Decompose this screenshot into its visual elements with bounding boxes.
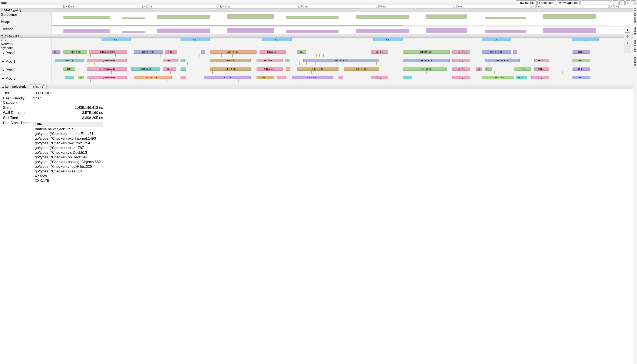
trace-slice[interactable]: GC (dedicated) (87, 76, 127, 79)
syscalls-track[interactable] (52, 46, 637, 50)
proc-label[interactable]: Proc 3 (0, 75, 52, 84)
gc-slice[interactable]: GC (180, 38, 210, 41)
search-box[interactable] (580, 0, 612, 4)
trace-slice[interactable]: G11... (572, 76, 590, 79)
trace-slice[interactable]: G1194 XXX (482, 76, 514, 79)
trace-slice[interactable] (277, 76, 286, 79)
trace-slice[interactable] (201, 50, 205, 54)
trace-slice[interactable]: G11... (256, 76, 274, 79)
trace-slice[interactable]: G1171 XXX (210, 50, 256, 54)
proc-track[interactable]: GGC (dedicated)G1171 XXXG303 XXXG11...G3… (52, 75, 637, 84)
flow-events-button[interactable]: Flow events (516, 0, 536, 5)
trace-slice[interactable]: G (476, 68, 482, 71)
side-tab[interactable]: File Size Stats (633, 5, 637, 25)
proc-track[interactable]: G919 XXXGC (dedicated)GC...G819 XXXGC (d… (52, 58, 637, 67)
trace-slice[interactable]: G11 (64, 68, 75, 71)
trace-slice[interactable]: G1171 XXX (134, 76, 172, 79)
trace-slice[interactable]: G919 XXX (55, 59, 84, 62)
trace-slice[interactable]: G910 XXX (344, 68, 380, 71)
trace-slice[interactable]: G1165 XXX (485, 59, 520, 62)
trace-slice[interactable]: GC (... (452, 59, 470, 62)
trace-slice[interactable]: G62... (572, 68, 590, 71)
trace-slice[interactable]: GC (... (452, 50, 470, 54)
proc-label[interactable]: Proc 1 (0, 58, 52, 67)
network-track[interactable] (52, 42, 637, 46)
trace-slice[interactable] (65, 76, 74, 79)
trace-slice[interactable]: G884 XXX (64, 50, 87, 54)
trace-slice[interactable]: G12... (572, 50, 590, 54)
trace-slice[interactable]: G (285, 59, 290, 62)
trace-slice[interactable]: GC (... (452, 76, 470, 79)
trace-slice[interactable] (180, 59, 184, 62)
trace-slice[interactable] (180, 76, 186, 79)
trace-slice[interactable]: G1188 XXX (134, 50, 163, 54)
trace-slice[interactable] (286, 68, 290, 71)
trace-slice[interactable] (513, 50, 517, 54)
trace-slice[interactable]: G... (298, 50, 306, 54)
trace-slice[interactable]: G... (52, 50, 60, 54)
trace-slice[interactable]: GC... (163, 59, 178, 62)
nav-back-button[interactable]: ← (613, 0, 618, 5)
stats-charts[interactable] (52, 12, 637, 34)
proc-label[interactable]: Proc 2 (0, 67, 52, 75)
trace-slice[interactable]: GC (ded... (256, 59, 283, 62)
trace-slice[interactable]: GC... (165, 50, 177, 54)
trace-slice[interactable]: G919 XXX (131, 68, 160, 71)
proc-track[interactable]: G11GC (dedicated)G919 XXXGC...G304 XXXGC… (52, 67, 637, 75)
trace-slice[interactable]: GC (... (371, 50, 388, 54)
trace-slice[interactable]: G303 XXX (292, 76, 332, 79)
trace-slice[interactable] (403, 76, 412, 79)
side-tab[interactable]: Metrics (633, 25, 637, 37)
stats-section-header[interactable]: STATS (pid 1) ✕ (0, 8, 637, 12)
procs-section-header[interactable]: PROCS (pid 0) ✕ (0, 34, 637, 38)
trace-slice[interactable]: GC (... (532, 76, 549, 79)
trace-slice[interactable]: G12... (516, 76, 527, 79)
view-options-button[interactable]: View Options (557, 0, 580, 5)
help-button[interactable]: ? (631, 0, 636, 5)
tracks-area[interactable]: GCGCGCGCGCC G...G884 XXXGC (dedicated)G1… (52, 38, 637, 84)
trace-slice[interactable]: GC (dedicated) (87, 68, 127, 71)
side-tab[interactable]: Input Lat (633, 54, 637, 68)
trace-slice[interactable]: G1188 XXX (482, 50, 511, 54)
time-ruler[interactable]: 1,435 ms1,440 ms1,445 ms1,450 ms1,455 ms… (52, 5, 633, 8)
trace-slice[interactable]: GC (... (452, 68, 470, 71)
nav-more-button[interactable]: » (626, 0, 630, 5)
proc-track[interactable]: G...G884 XXXGC (dedicated)G1188 XXXGC...… (52, 50, 637, 58)
trace-slice[interactable] (180, 68, 186, 71)
trace-slice[interactable]: G1188 XXX (403, 59, 450, 62)
gc-track[interactable]: GCGCGCGCGCC (52, 38, 637, 42)
trace-slice[interactable]: G12... (572, 59, 590, 62)
trace-slice[interactable]: GC (... (534, 68, 549, 71)
trace-slice[interactable]: G304 XXX (210, 68, 250, 71)
trace-slice[interactable]: G12... (514, 68, 532, 71)
gc-slice[interactable]: GC (482, 38, 511, 41)
trace-slice[interactable]: G819 XXX (298, 68, 338, 71)
processes-button[interactable]: Processes (537, 0, 556, 5)
trace-slice[interactable]: G819 XXX (210, 59, 250, 62)
proc-label[interactable]: Proc 0 (0, 50, 52, 58)
pan-tool-icon[interactable]: ✥ (625, 34, 630, 39)
trace-slice[interactable]: GC (... (371, 76, 388, 79)
timing-tool-icon[interactable]: ↔ (625, 46, 630, 52)
trace-slice[interactable]: G1194 XXX (403, 50, 450, 54)
trace-slice[interactable]: G... (485, 68, 492, 71)
trace-slice[interactable]: GC... (163, 68, 176, 71)
trace-slice[interactable]: GC (ded... (260, 50, 286, 54)
trace-slice[interactable]: GC (... (534, 59, 549, 62)
side-tab[interactable]: Frame Data (633, 37, 637, 54)
gc-slice[interactable]: GC (262, 38, 292, 41)
gc-slice[interactable]: GC (102, 38, 131, 41)
trace-slice[interactable] (338, 76, 343, 79)
slice-tab[interactable]: Slice (1) (30, 84, 47, 89)
trace-slice[interactable]: G303 XXX (204, 76, 250, 79)
pointer-tool-icon[interactable]: ➤ (625, 27, 630, 32)
gc-slice[interactable]: C (572, 38, 599, 41)
gc-slice[interactable]: GC (374, 38, 402, 41)
trace-slice[interactable]: GC (ded... (256, 68, 283, 71)
trace-slice[interactable]: G1164 XXX (403, 68, 447, 71)
nav-forward-button[interactable]: → (619, 0, 625, 5)
trace-slice[interactable]: GC (dedicated) (87, 59, 127, 62)
trace-slice[interactable]: G1188 XXX (304, 59, 380, 62)
trace-slice[interactable]: GC (dedicated) (89, 50, 127, 54)
zoom-tool-icon[interactable]: ↕ (625, 40, 630, 45)
